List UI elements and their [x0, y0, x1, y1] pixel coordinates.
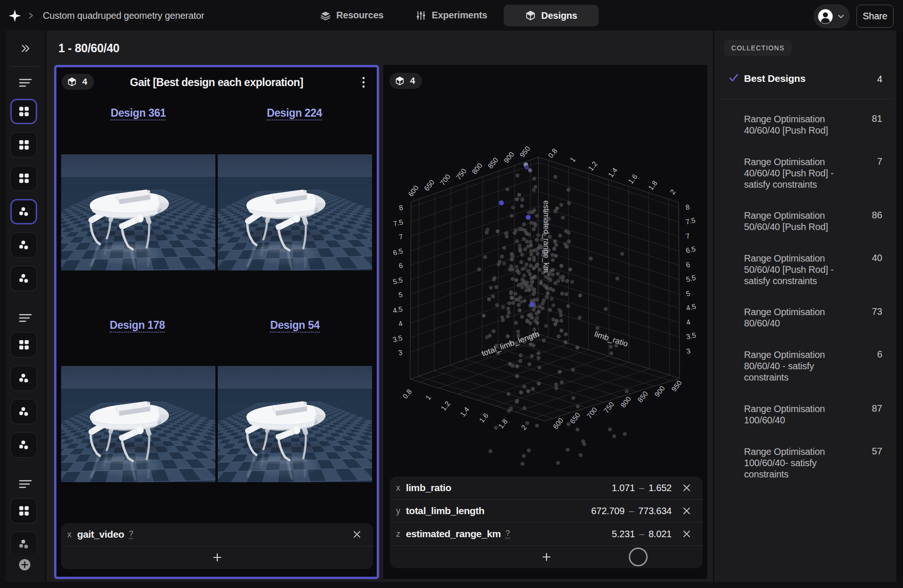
- svg-text:850: 850: [486, 156, 500, 170]
- svg-text:8: 8: [685, 203, 690, 211]
- svg-text:6.5: 6.5: [392, 246, 404, 256]
- svg-text:0.8: 0.8: [547, 147, 559, 159]
- svg-text:1.2: 1.2: [439, 399, 452, 412]
- svg-text:3.5: 3.5: [685, 331, 697, 341]
- svg-text:5.5: 5.5: [685, 273, 697, 283]
- svg-text:0.8: 0.8: [401, 388, 413, 400]
- svg-text:1.4: 1.4: [607, 166, 619, 179]
- svg-text:4: 4: [397, 319, 403, 327]
- svg-text:700: 700: [438, 173, 452, 187]
- svg-text:5: 5: [398, 290, 404, 299]
- svg-text:4: 4: [685, 318, 691, 326]
- svg-text:6.5: 6.5: [685, 245, 696, 254]
- svg-text:1.2: 1.2: [586, 159, 599, 172]
- svg-text:1.8: 1.8: [497, 417, 509, 430]
- svg-text:4.5: 4.5: [392, 305, 403, 315]
- svg-text:5.5: 5.5: [392, 276, 404, 286]
- svg-text:1.4: 1.4: [459, 405, 471, 418]
- svg-text:800: 800: [470, 161, 484, 175]
- svg-text:7.5: 7.5: [392, 218, 404, 228]
- svg-text:4.5: 4.5: [685, 302, 697, 312]
- svg-text:950: 950: [518, 144, 531, 159]
- svg-text:5: 5: [685, 289, 691, 297]
- svg-text:650: 650: [422, 178, 436, 192]
- svg-text:3.5: 3.5: [392, 334, 403, 343]
- svg-text:6: 6: [685, 260, 691, 269]
- svg-text:estimated_range_km: estimated_range_km: [542, 200, 551, 273]
- svg-text:1: 1: [424, 393, 433, 401]
- svg-text:1.6: 1.6: [626, 173, 639, 185]
- svg-text:2: 2: [668, 188, 677, 196]
- svg-text:1: 1: [568, 156, 577, 164]
- svg-text:7.5: 7.5: [685, 216, 696, 226]
- svg-text:8: 8: [398, 203, 404, 212]
- svg-text:3: 3: [397, 348, 403, 357]
- svg-text:900: 900: [502, 150, 515, 164]
- svg-text:750: 750: [454, 167, 468, 181]
- svg-text:1.8: 1.8: [647, 179, 659, 192]
- svg-text:600: 600: [406, 184, 420, 198]
- svg-text:6: 6: [398, 261, 404, 270]
- svg-text:3: 3: [686, 347, 691, 355]
- svg-text:7: 7: [398, 232, 404, 241]
- svg-text:7: 7: [685, 231, 690, 240]
- svg-text:1.6: 1.6: [477, 412, 490, 424]
